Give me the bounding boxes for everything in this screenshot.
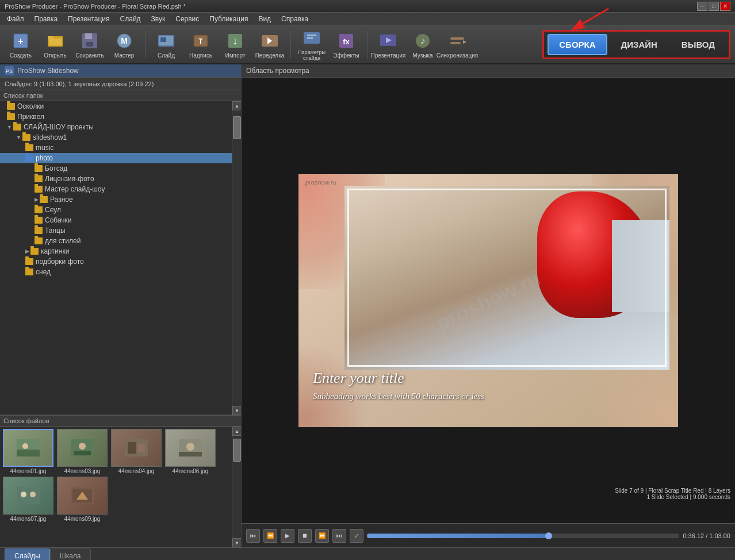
folder-sned[interactable]: снед: [0, 267, 232, 277]
file-panel: Список файлов 44mons01.jpg 44mons03.jpg: [0, 415, 241, 547]
svg-marker-30: [463, 40, 466, 44]
menu-presentation[interactable]: Презентация: [63, 14, 114, 24]
folder-icon: [35, 227, 43, 234]
folder-slideshow-projects[interactable]: ▼ СЛАЙД-ШОУ проекты: [0, 122, 232, 132]
file-scroll-thumb[interactable]: [233, 439, 241, 462]
file-thumb-3[interactable]: 44mons04.jpg: [110, 429, 162, 474]
folder-music[interactable]: music: [0, 143, 232, 153]
folder-icon: [35, 175, 43, 182]
folder-dogs[interactable]: Собачки: [0, 215, 232, 225]
folder-pictures[interactable]: ▶ картинки: [0, 246, 232, 256]
watermark: proshow.ru: [305, 179, 336, 186]
folder-icon: [25, 155, 33, 162]
folder-icon: [40, 196, 48, 203]
progress-bar[interactable]: [367, 534, 679, 538]
menu-edit[interactable]: Правка: [30, 14, 63, 24]
play-button[interactable]: ▶: [281, 529, 294, 543]
folder-photo-collection[interactable]: подборки фото: [0, 256, 232, 267]
skip-back-button[interactable]: ⏮: [246, 529, 260, 543]
folder-prikvel[interactable]: Приквел: [0, 112, 232, 122]
folder-scrollbar[interactable]: ▲ ▼: [232, 101, 241, 415]
file-thumb-6[interactable]: 44mons09.jpg: [56, 477, 108, 522]
title-bar: ProShow Producer - ProShow Producer - Fl…: [0, 0, 735, 13]
menu-help[interactable]: Справка: [277, 14, 313, 24]
scroll-down-button[interactable]: ▼: [232, 406, 241, 415]
slide-options-button[interactable]: Параметры слайда: [296, 27, 328, 62]
design-button[interactable]: ДИЗАЙН: [611, 35, 668, 54]
fx-label: Эффекты: [333, 52, 359, 59]
progress-thumb[interactable]: [545, 532, 552, 539]
folder-seoul[interactable]: Сеул: [0, 205, 232, 215]
save-button[interactable]: Сохранить: [74, 27, 106, 62]
tab-slides[interactable]: Слайды: [5, 549, 50, 560]
svg-text:+: +: [18, 36, 23, 46]
folder-master-slideshow[interactable]: Мастер слайд-шоу: [0, 184, 232, 194]
photo-frame: [344, 186, 669, 370]
folder-styles[interactable]: для стилей: [0, 236, 232, 246]
menu-sound[interactable]: Звук: [147, 14, 170, 24]
file-scrollbar[interactable]: ▲ ▼: [232, 427, 241, 547]
caption-button[interactable]: T Надпись: [185, 27, 217, 62]
folder-botsad[interactable]: Ботсад: [0, 163, 232, 174]
toolbar: + Создать Открыть Сохранить M Мастер Сла…: [0, 25, 735, 64]
folder-license[interactable]: Лицензия-фото: [0, 174, 232, 184]
file-name-6: 44mons09.jpg: [64, 516, 101, 522]
menu-slide[interactable]: Слайд: [116, 14, 146, 24]
music-button[interactable]: ♪ Музыка: [407, 27, 439, 62]
forward-button[interactable]: ⏩: [315, 529, 329, 543]
svg-point-47: [21, 492, 26, 497]
folder-raznoe[interactable]: ▶ Разное: [0, 194, 232, 205]
menu-publish[interactable]: Публикация: [205, 14, 252, 24]
file-name-5: 44mons07.jpg: [10, 516, 47, 522]
file-thumb-4[interactable]: 44mons06.jpg: [164, 429, 216, 474]
file-thumb-5[interactable]: 44mons07.jpg: [2, 477, 54, 522]
output-button[interactable]: ВЫВОД: [671, 35, 725, 54]
scroll-up-button[interactable]: ▲: [232, 101, 241, 110]
scroll-track[interactable]: [232, 110, 241, 406]
skip-forward-button[interactable]: ⏭: [332, 529, 346, 543]
fullscreen-button[interactable]: ⤢: [350, 529, 363, 543]
close-button[interactable]: ✕: [720, 2, 730, 11]
open-button[interactable]: Открыть: [39, 27, 71, 62]
maximize-button[interactable]: □: [709, 2, 719, 11]
folder-icon: [25, 144, 33, 151]
master-icon: M: [114, 30, 135, 51]
status-text: Слайдов: 9 (1:03.00), 1 звуковых дорожка…: [5, 80, 154, 87]
expand-icon: ▶: [35, 197, 39, 202]
assembly-button[interactable]: СБОРКА: [548, 34, 607, 55]
menu-file[interactable]: Файл: [2, 14, 29, 24]
stop-button[interactable]: ⏹: [298, 529, 312, 543]
slide-info-line2: 1 Slide Selected | 9.000 seconds: [615, 494, 730, 500]
folder-dances[interactable]: Танцы: [0, 225, 232, 236]
folder-photo[interactable]: photo: [0, 153, 232, 163]
file-scroll-down[interactable]: ▼: [232, 538, 241, 547]
create-button[interactable]: + Создать: [5, 27, 37, 62]
file-scroll-track[interactable]: [232, 436, 241, 538]
minimize-button[interactable]: ─: [697, 2, 707, 11]
file-thumb-2[interactable]: 44mons03.jpg: [56, 429, 108, 474]
svg-rect-36: [17, 450, 40, 457]
open-icon: [45, 30, 66, 51]
effects-button[interactable]: Переделка: [254, 27, 286, 62]
scroll-thumb[interactable]: [233, 116, 241, 139]
master-button[interactable]: M Мастер: [108, 27, 140, 62]
menu-view[interactable]: Вид: [254, 14, 275, 24]
slide-button[interactable]: Слайд: [150, 27, 182, 62]
sync-button[interactable]: Синхронизация: [441, 27, 473, 62]
folder-slideshow1[interactable]: ▼ slideshow1: [0, 132, 232, 143]
presentation-button[interactable]: Презентация: [372, 27, 404, 62]
fx-button[interactable]: fx Эффекты: [330, 27, 362, 62]
file-scroll-up[interactable]: ▲: [232, 427, 241, 436]
controls-bar: ⏮ ⏪ ▶ ⏹ ⏩ ⏭ ⤢ 0:36.12 / 1:03.00: [242, 523, 735, 547]
folder-tree[interactable]: Осколки Приквел ▼ СЛАЙД-ШОУ проекты: [0, 101, 232, 415]
menu-service[interactable]: Сервис: [171, 14, 204, 24]
tab-timeline[interactable]: Шкала: [50, 549, 91, 560]
import-button[interactable]: ↓ Импорт: [219, 27, 251, 62]
window-title: ProShow Producer - ProShow Producer - Fl…: [5, 3, 697, 10]
preview-title-text: Enter your title: [313, 370, 404, 387]
file-thumb-1[interactable]: 44mons01.jpg: [2, 429, 54, 474]
rewind-button[interactable]: ⏪: [263, 529, 277, 543]
file-grid: 44mons01.jpg 44mons03.jpg 44mons04.jpg: [0, 427, 232, 547]
folder-oskolki[interactable]: Осколки: [0, 101, 232, 112]
preview-canvas: proshow.ru proshow.ru Enter your title S…: [298, 174, 678, 427]
